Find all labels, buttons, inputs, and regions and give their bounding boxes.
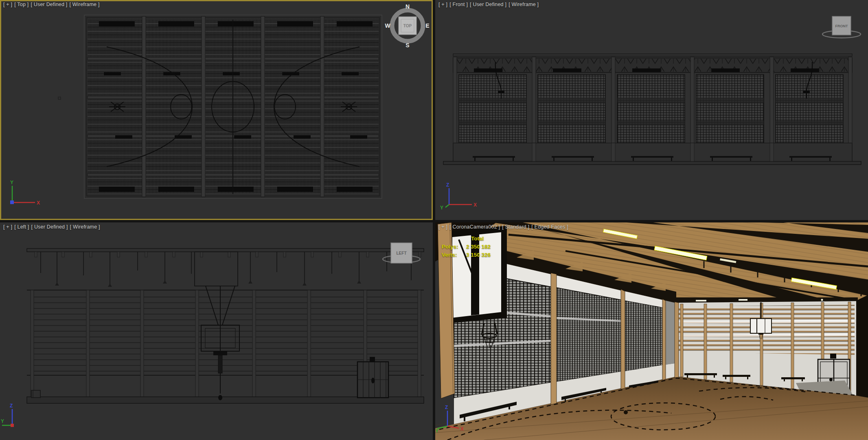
viewport-menu-view[interactable]: [ Left ] — [14, 224, 29, 230]
viewport-menu-view[interactable]: [ Front ] — [449, 2, 468, 7]
viewcube-face-label: TOP — [403, 24, 412, 28]
viewport-front[interactable]: [ + ][ Front ][ User Defined ][ Wirefram… — [435, 0, 868, 220]
scene-statistics: Total Polys:2 350 182 Verts:3 150 326 — [442, 235, 491, 259]
stats-verts-value: 3 150 326 — [466, 251, 491, 259]
axis-x-label: X — [37, 200, 40, 206]
viewport-front-label: [ + ][ Front ][ User Defined ][ Wirefram… — [438, 2, 541, 7]
viewport-menu-general[interactable]: [ + ] — [3, 224, 12, 230]
left-view-ball — [218, 395, 222, 400]
axis-x-label: X — [473, 202, 477, 208]
viewport-menu-general[interactable]: [ + ] — [3, 2, 12, 7]
front-view-wireframe — [443, 54, 861, 165]
viewcube-front[interactable]: FRONT — [822, 16, 861, 38]
viewcube-face-label: FRONT — [835, 24, 848, 28]
axis-z-label: Z — [446, 182, 449, 188]
axis-x-label: X — [460, 426, 464, 432]
axis-tripod-left: Z Y — [1, 403, 14, 427]
stats-polys-value: 2 350 182 — [466, 243, 491, 251]
viewport-top[interactable]: [ + ][ Top ][ User Defined ][ Wireframe … — [0, 0, 433, 220]
viewcube-face-label: LEFT — [397, 251, 407, 255]
viewport-menu-general[interactable]: [ + ] — [438, 2, 447, 7]
viewport-top-label: [ + ][ Top ][ User Defined ][ Wireframe … — [3, 2, 102, 7]
viewport-menu-pov[interactable]: [ Standard ] — [502, 224, 529, 230]
left-view-wireframe — [27, 249, 424, 403]
viewport-menu-general[interactable]: [ + ] — [438, 224, 447, 230]
top-view-wireframe — [58, 15, 382, 198]
viewport-left-label: [ + ][ Left ][ User Defined ][ Wireframe… — [3, 224, 102, 230]
axis-z-label: Z — [445, 405, 448, 410]
axis-y-label: Y — [440, 205, 443, 211]
basketball — [624, 410, 628, 414]
compass-east[interactable]: E — [425, 22, 429, 29]
viewport-left[interactable]: [ + ][ Left ][ User Defined ][ Wireframe… — [0, 222, 433, 440]
camera-view-canvas[interactable]: Z Y X — [435, 222, 868, 440]
viewport-menu-shading[interactable]: [ Wireframe ] — [69, 2, 99, 7]
axis-y-label: Y — [10, 180, 13, 185]
axis-tripod-front: Z X Y — [440, 182, 477, 211]
left-view-canvas[interactable]: LEFT Z Y — [0, 222, 433, 440]
left-view-door — [357, 357, 388, 398]
front-view-canvas[interactable]: FRONT Z X Y — [435, 0, 868, 220]
viewport-menu-shading[interactable]: [ Wireframe ] — [70, 224, 100, 230]
top-view-canvas[interactable]: TOP N E S W Y X — [0, 0, 433, 220]
viewport-menu-shading[interactable]: [ Edged Faces ] — [531, 224, 568, 230]
stats-verts-label: Verts: — [442, 251, 466, 259]
viewport-menu-pov[interactable]: [ User Defined ] — [470, 2, 506, 7]
camera-view-scene — [435, 222, 868, 440]
max-viewport-layout: { "viewports": { "top": { "label": {"plu… — [0, 0, 868, 440]
viewport-menu-shading[interactable]: [ Wireframe ] — [509, 2, 539, 7]
viewport-menu-view[interactable]: [ CoronaCamera002 ] — [449, 224, 500, 230]
compass-west[interactable]: W — [385, 22, 390, 29]
axis-tripod-top: Y X — [10, 180, 40, 206]
viewport-camera-label: [ + ][ CoronaCamera002 ][ Standard ][ Ed… — [438, 224, 570, 230]
compass-north[interactable]: N — [406, 3, 410, 10]
viewcube-top[interactable]: TOP N E S W — [385, 3, 429, 48]
compass-south[interactable]: S — [406, 42, 409, 48]
viewport-menu-view[interactable]: [ Top ] — [14, 2, 28, 7]
axis-y-label: Y — [435, 428, 438, 434]
viewcube-left[interactable]: LEFT — [383, 243, 420, 263]
viewport-menu-pov[interactable]: [ User Defined ] — [31, 2, 67, 7]
stats-title: Total — [442, 235, 491, 243]
viewport-menu-pov[interactable]: [ User Defined ] — [31, 224, 68, 230]
axis-y-label: Y — [1, 418, 4, 424]
viewport-camera[interactable]: [ + ][ CoronaCamera002 ][ Standard ][ Ed… — [435, 222, 868, 440]
axis-z-label: Z — [10, 403, 13, 409]
stats-polys-label: Polys: — [442, 243, 466, 251]
